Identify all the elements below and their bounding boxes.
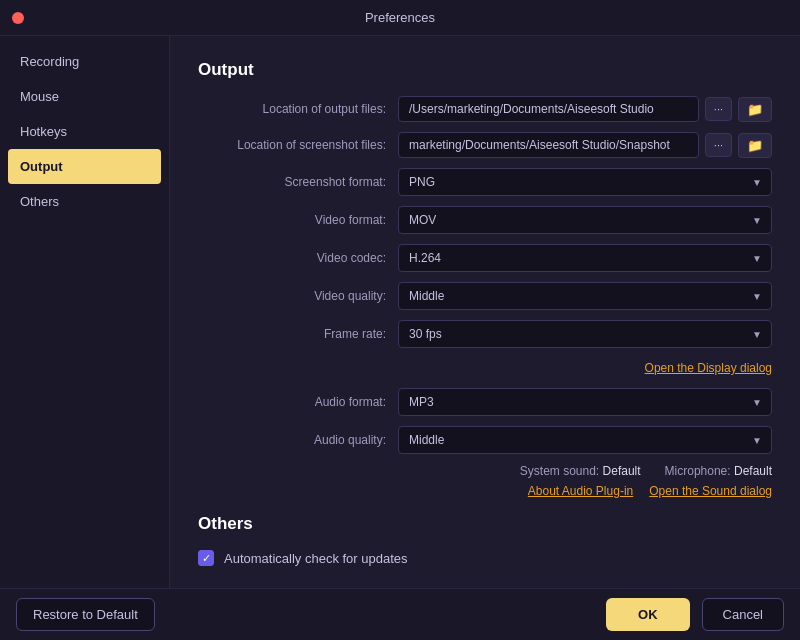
content-area: Output Location of output files: /Users/… [170, 36, 800, 588]
video-format-select[interactable]: MOV MP4 AVI MKV [398, 206, 772, 234]
sidebar-item-mouse[interactable]: Mouse [0, 79, 169, 114]
audio-format-control: MP3 AAC WAV FLAC ▼ [398, 388, 772, 416]
video-format-label: Video format: [198, 213, 398, 227]
video-format-wrapper: MOV MP4 AVI MKV ▼ [398, 206, 772, 234]
sidebar-item-hotkeys[interactable]: Hotkeys [0, 114, 169, 149]
video-quality-control: Low Middle High Lossless ▼ [398, 282, 772, 310]
others-section: Others Automatically check for updates [198, 514, 772, 566]
screenshot-files-label: Location of screenshot files: [198, 138, 398, 152]
audio-quality-control: Low Middle High ▼ [398, 426, 772, 454]
sidebar: Recording Mouse Hotkeys Output Others [0, 36, 170, 588]
video-codec-label: Video codec: [198, 251, 398, 265]
screenshot-files-row: Location of screenshot files: marketing/… [198, 132, 772, 158]
video-codec-control: H.264 H.265 MPEG-4 ▼ [398, 244, 772, 272]
system-sound-status: System sound: Default [520, 464, 641, 478]
sidebar-item-recording[interactable]: Recording [0, 44, 169, 79]
output-files-dots-button[interactable]: ··· [705, 97, 732, 121]
close-button[interactable] [12, 12, 24, 24]
output-files-folder-button[interactable]: 📁 [738, 97, 772, 122]
cancel-button[interactable]: Cancel [702, 598, 784, 631]
audio-format-wrapper: MP3 AAC WAV FLAC ▼ [398, 388, 772, 416]
audio-quality-label: Audio quality: [198, 433, 398, 447]
open-display-dialog-link[interactable]: Open the Display dialog [645, 361, 772, 375]
screenshot-files-folder-button[interactable]: 📁 [738, 133, 772, 158]
video-quality-wrapper: Low Middle High Lossless ▼ [398, 282, 772, 310]
screenshot-format-label: Screenshot format: [198, 175, 398, 189]
output-files-label: Location of output files: [198, 102, 398, 116]
ok-button[interactable]: OK [606, 598, 690, 631]
screenshot-format-control: PNG JPG BMP GIF ▼ [398, 168, 772, 196]
open-sound-dialog-link[interactable]: Open the Sound dialog [649, 484, 772, 498]
screenshot-format-row: Screenshot format: PNG JPG BMP GIF ▼ [198, 168, 772, 196]
video-codec-select[interactable]: H.264 H.265 MPEG-4 [398, 244, 772, 272]
confirm-button-group: OK Cancel [606, 598, 784, 631]
microphone-status: Microphone: Default [665, 464, 772, 478]
video-quality-row: Video quality: Low Middle High Lossless … [198, 282, 772, 310]
frame-rate-control: 15 fps 20 fps 24 fps 30 fps 60 fps ▼ [398, 320, 772, 348]
frame-rate-label: Frame rate: [198, 327, 398, 341]
video-quality-select[interactable]: Low Middle High Lossless [398, 282, 772, 310]
video-format-control: MOV MP4 AVI MKV ▼ [398, 206, 772, 234]
output-files-input[interactable]: /Users/marketing/Documents/Aiseesoft Stu… [398, 96, 699, 122]
video-format-row: Video format: MOV MP4 AVI MKV ▼ [198, 206, 772, 234]
audio-format-label: Audio format: [198, 395, 398, 409]
audio-links-row: About Audio Plug-in Open the Sound dialo… [198, 484, 772, 498]
audio-quality-row: Audio quality: Low Middle High ▼ [198, 426, 772, 454]
auto-update-row: Automatically check for updates [198, 550, 772, 566]
restore-default-button[interactable]: Restore to Default [16, 598, 155, 631]
sidebar-item-output[interactable]: Output [8, 149, 161, 184]
screenshot-files-dots-button[interactable]: ··· [705, 133, 732, 157]
screenshot-files-control: marketing/Documents/Aiseesoft Studio/Sna… [398, 132, 772, 158]
video-codec-row: Video codec: H.264 H.265 MPEG-4 ▼ [198, 244, 772, 272]
main-layout: Recording Mouse Hotkeys Output Others Ou… [0, 36, 800, 588]
audio-format-row: Audio format: MP3 AAC WAV FLAC ▼ [198, 388, 772, 416]
output-section-title: Output [198, 60, 772, 80]
screenshot-format-wrapper: PNG JPG BMP GIF ▼ [398, 168, 772, 196]
audio-quality-select[interactable]: Low Middle High [398, 426, 772, 454]
about-audio-plugin-link[interactable]: About Audio Plug-in [528, 484, 633, 498]
auto-update-checkbox[interactable] [198, 550, 214, 566]
output-files-row: Location of output files: /Users/marketi… [198, 96, 772, 122]
sidebar-item-others[interactable]: Others [0, 184, 169, 219]
output-files-control: /Users/marketing/Documents/Aiseesoft Stu… [398, 96, 772, 122]
video-quality-label: Video quality: [198, 289, 398, 303]
frame-rate-row: Frame rate: 15 fps 20 fps 24 fps 30 fps … [198, 320, 772, 348]
frame-rate-wrapper: 15 fps 20 fps 24 fps 30 fps 60 fps ▼ [398, 320, 772, 348]
screenshot-files-input[interactable]: marketing/Documents/Aiseesoft Studio/Sna… [398, 132, 699, 158]
title-bar-title: Preferences [365, 10, 435, 25]
audio-quality-wrapper: Low Middle High ▼ [398, 426, 772, 454]
others-section-title: Others [198, 514, 772, 534]
audio-status-row: System sound: Default Microphone: Defaul… [198, 464, 772, 478]
video-codec-wrapper: H.264 H.265 MPEG-4 ▼ [398, 244, 772, 272]
display-dialog-link-row: Open the Display dialog [198, 358, 772, 376]
bottom-bar: Restore to Default OK Cancel [0, 588, 800, 640]
frame-rate-select[interactable]: 15 fps 20 fps 24 fps 30 fps 60 fps [398, 320, 772, 348]
audio-format-select[interactable]: MP3 AAC WAV FLAC [398, 388, 772, 416]
screenshot-format-select[interactable]: PNG JPG BMP GIF [398, 168, 772, 196]
title-bar: Preferences [0, 0, 800, 36]
auto-update-label: Automatically check for updates [224, 551, 408, 566]
